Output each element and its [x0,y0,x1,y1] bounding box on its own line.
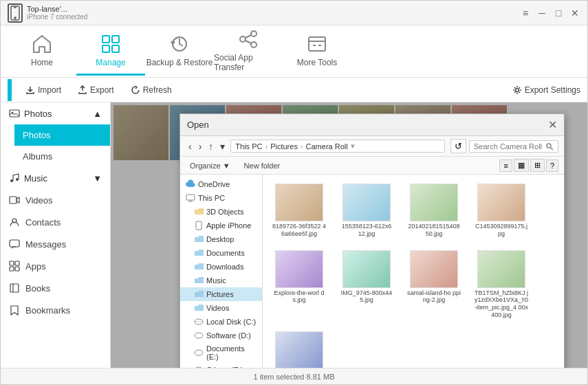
file-item-1[interactable]: 8189726-36f3522 46a66ee5f.jpg [268,180,330,241]
nav-backup-restore[interactable]: Backup & Restore [145,28,214,76]
file-item-6[interactable]: IMG_9745-800x44 5.jpg [336,247,398,322]
titlebar: Top-lanse'... iPhone 7 connected ≡ ─ □ ✕ [1,1,587,25]
file-item-4[interactable]: C1453092899175.j pg [470,180,532,241]
file-item-9[interactable]: U8752P1194DT20 120929095727.jpg [268,328,330,368]
tree-item-downloads[interactable]: Downloads [180,260,262,274]
tree-item-software-d[interactable]: Software (D:) [180,329,262,342]
import-icon [25,85,35,95]
view-help-button[interactable]: ? [546,160,558,172]
tree-item-others-f[interactable]: Others (F:) [180,363,262,368]
file-thumb-3 [410,184,458,221]
photos-label: Photos [23,130,50,140]
phone-small-icon [194,221,204,230]
tree-item-music[interactable]: Music [180,274,262,287]
path-part-3: Camera Roll [306,142,348,151]
tree-item-pictures[interactable]: Pictures [180,287,262,301]
disk-f-icon [194,365,204,368]
music-tree-label: Music [206,276,226,285]
forward-button[interactable]: › [196,140,205,153]
svg-point-17 [515,88,519,91]
file-thumb-7 [410,250,458,288]
svg-point-8 [240,36,246,42]
tree-item-documents[interactable]: Documents [180,246,262,260]
sidebar-item-books[interactable]: Books [1,277,110,299]
path-part-2: Pictures [270,142,298,151]
sidebar-category-photos[interactable]: Photos ▲ [1,102,110,124]
photos-category-icon [9,108,20,119]
tree-item-this-pc[interactable]: This PC [180,191,262,205]
view-details-button[interactable]: ▦ [514,159,529,172]
file-name-2: 155358123-612x6 12.jpg [339,223,394,238]
pc-icon [186,193,195,203]
file-item-7[interactable]: samal-island-ho pping-2.jpg [403,247,465,322]
tree-item-videos[interactable]: Videos [180,301,262,315]
nav-more-tools[interactable]: More Tools [283,28,351,76]
file-item-3[interactable]: 201402181515408 50.jpg [403,180,465,241]
maximize-button[interactable]: □ [553,8,564,19]
sidebar-item-videos[interactable]: Videos [1,189,110,211]
import-button[interactable]: Import [19,82,68,98]
file-item-8[interactable]: TB1TSM_hZbi8KJ jy1zdXXbe1VXa_!!0-item_pi… [470,247,532,322]
menu-icon[interactable]: ≡ [520,8,531,19]
dialog-body: OneDrive This PC [180,175,564,368]
search-input[interactable] [474,142,543,151]
tree-item-apple-iphone[interactable]: Apple iPhone [180,219,262,232]
downloads-label: Downloads [206,263,243,271]
nav-manage[interactable]: Manage [76,28,145,76]
file-name-1: 8189726-36f3522 46a66ee5f.jpg [272,223,327,238]
device-info: Top-lanse'... iPhone 7 connected [8,3,520,23]
nav-manage-label: Manage [96,58,125,67]
svg-rect-26 [15,261,19,265]
up-button[interactable]: ↑ [206,140,216,153]
sidebar-item-messages[interactable]: Messages [1,233,110,255]
file-name-8: TB1TSM_hZbi8KJ jy1zdXXbe1VXa_!!0-item_pi… [474,289,529,319]
back-button[interactable]: ‹ [186,140,195,153]
svg-rect-3 [102,36,109,43]
tree-item-onedrive[interactable]: OneDrive [180,177,262,191]
view-list-button[interactable]: ≡ [499,160,512,172]
export-icon [78,85,87,95]
refresh-path-button[interactable]: ↺ [450,139,466,153]
svg-point-9 [251,31,257,36]
nav-social-app[interactable]: Social App Transfer [214,28,283,76]
svg-rect-13 [309,37,325,51]
export-button[interactable]: Export [71,82,121,98]
svg-line-11 [246,35,251,38]
toolbar: Import Export Refresh Export Settings [1,78,587,102]
minimize-button[interactable]: ─ [536,8,547,19]
file-item-2[interactable]: 155358123-612x6 12.jpg [336,180,398,241]
sidebar-item-albums[interactable]: Albums [14,146,110,167]
recent-button[interactable]: ▾ [217,140,228,153]
export-settings-button[interactable]: Export Settings [512,85,580,95]
contacts-icon [9,217,20,228]
sidebar-item-apps[interactable]: Apps [1,255,110,277]
refresh-button[interactable]: Refresh [124,82,179,98]
nav-home[interactable]: Home [8,28,76,76]
new-folder-button[interactable]: New folder [240,160,285,171]
videos-folder-icon [194,303,204,313]
organize-button[interactable]: Organize ▼ [186,160,235,171]
view-grid-button[interactable]: ⊞ [530,159,545,172]
tree-item-3d-objects[interactable]: 3D Objects [180,205,262,219]
search-icon [545,142,554,151]
svg-point-41 [195,367,203,368]
sidebar-category-music[interactable]: Music ▼ [1,167,110,189]
tree-item-desktop[interactable]: Desktop [180,232,262,246]
sidebar-item-bookmarks[interactable]: Bookmarks [1,299,110,321]
sidebar-item-photos[interactable]: Photos [14,124,110,146]
file-grid: 8189726-36f3522 46a66ee5f.jpg 155358123-… [263,175,564,368]
breadcrumb-path[interactable]: This PC › Pictures › Camera Roll ▾ [230,140,445,153]
tree-item-documents-e[interactable]: Documents (E:) [180,342,262,363]
file-thumb-5 [275,250,323,288]
videos-tree-label: Videos [206,304,229,312]
file-name-3: 201402181515408 50.jpg [406,223,461,238]
close-button[interactable]: ✕ [569,8,580,19]
disk-d-icon [194,331,204,340]
file-item-5[interactable]: Explore-the-worl ds.jpg [268,247,330,322]
3d-folder-icon [194,207,204,217]
tree-item-local-disk-c[interactable]: Local Disk (C:) [180,315,262,329]
svg-point-2 [14,17,16,19]
dialog-close-button[interactable]: ✕ [548,118,557,131]
device-name-status: Top-lanse'... iPhone 7 connected [27,5,87,21]
sidebar-item-contacts[interactable]: Contacts [1,211,110,233]
